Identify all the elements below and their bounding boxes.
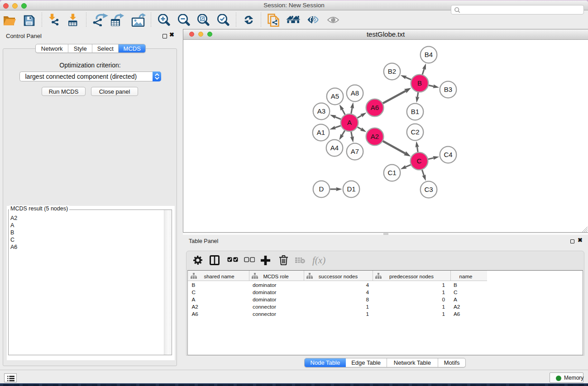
- svg-text:A3: A3: [317, 107, 325, 115]
- svg-text:A6: A6: [371, 104, 379, 111]
- svg-text:C2: C2: [411, 128, 419, 136]
- svg-text:C1: C1: [387, 169, 396, 176]
- svg-text:C3: C3: [424, 186, 433, 193]
- svg-text:C4: C4: [444, 151, 452, 158]
- svg-text:A2: A2: [371, 133, 379, 140]
- svg-text:A8: A8: [351, 89, 359, 97]
- svg-text:A5: A5: [331, 92, 339, 100]
- svg-text:D: D: [319, 185, 324, 193]
- svg-text:B1: B1: [411, 108, 419, 115]
- svg-text:A: A: [347, 119, 352, 126]
- svg-text:B4: B4: [425, 51, 433, 58]
- svg-text:C: C: [417, 157, 422, 165]
- svg-text:B3: B3: [444, 86, 452, 93]
- svg-text:A4: A4: [330, 144, 339, 152]
- svg-text:A1: A1: [317, 129, 325, 136]
- svg-text:B: B: [417, 79, 422, 87]
- svg-text:B2: B2: [388, 67, 396, 75]
- svg-text:A7: A7: [351, 148, 359, 155]
- svg-text:D1: D1: [347, 185, 355, 193]
